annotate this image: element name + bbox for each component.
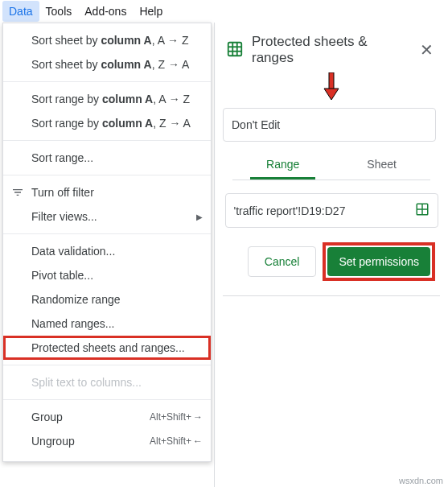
- sort-range-za[interactable]: Sort range by column A, Z → A: [3, 111, 211, 135]
- separator: [3, 81, 211, 82]
- tabs: Range Sheet: [232, 151, 430, 180]
- separator: [3, 365, 211, 365]
- separator: [223, 295, 440, 296]
- sheets-icon: [226, 40, 244, 60]
- svg-rect-5: [329, 72, 334, 90]
- menu-data[interactable]: Data: [2, 1, 39, 22]
- shortcut-label: Alt+Shift+←: [150, 435, 203, 447]
- menu-addons[interactable]: Add-ons: [78, 1, 133, 22]
- range-input[interactable]: 'traffic report'!D19:D27: [225, 193, 438, 228]
- separator: [3, 399, 211, 400]
- shortcut-label: Alt+Shift+→: [150, 411, 203, 423]
- filter-icon: [11, 186, 24, 199]
- separator: [3, 233, 211, 234]
- chevron-right-icon: ▶: [196, 213, 203, 221]
- randomize-range[interactable]: Randomize range: [3, 287, 211, 312]
- protected-ranges-panel: Protected sheets & ranges ✕ Range Sheet …: [214, 23, 448, 487]
- split-text-to-columns: Split text to columns...: [3, 370, 211, 394]
- arrow-right-icon: →: [193, 411, 203, 423]
- watermark: wsxdn.com: [399, 476, 443, 485]
- separator: [3, 175, 211, 175]
- sort-sheet-za[interactable]: Sort sheet by column A, Z → A: [3, 52, 211, 76]
- sort-range[interactable]: Sort range...: [3, 146, 211, 170]
- close-icon[interactable]: ✕: [417, 40, 437, 60]
- button-row: Cancel Set permissions: [228, 242, 435, 281]
- arrow-left-icon: ←: [193, 435, 203, 447]
- svg-marker-6: [324, 89, 339, 100]
- annotation-highlight: Set permissions: [323, 242, 435, 281]
- menu-bar: Data Tools Add-ons Help: [0, 0, 448, 23]
- grid-select-icon[interactable]: [415, 202, 430, 219]
- data-validation[interactable]: Data validation...: [3, 239, 211, 263]
- protected-sheets-ranges[interactable]: Protected sheets and ranges...: [3, 336, 211, 360]
- pivot-table[interactable]: Pivot table...: [3, 263, 211, 287]
- tab-range[interactable]: Range: [250, 151, 315, 180]
- cancel-button[interactable]: Cancel: [248, 246, 317, 277]
- sort-sheet-az[interactable]: Sort sheet by column A, A → Z: [3, 28, 211, 52]
- sort-range-az[interactable]: Sort range by column A, A → Z: [3, 87, 211, 111]
- turn-off-filter[interactable]: Turn off filter: [3, 180, 211, 204]
- filter-views[interactable]: Filter views... ▶: [3, 204, 211, 229]
- panel-title: Protected sheets & ranges: [252, 34, 409, 66]
- named-ranges[interactable]: Named ranges...: [3, 312, 211, 336]
- description-input[interactable]: [223, 108, 436, 142]
- set-permissions-button[interactable]: Set permissions: [327, 247, 430, 276]
- menu-tools[interactable]: Tools: [39, 1, 79, 22]
- data-dropdown-menu: Sort sheet by column A, A → Z Sort sheet…: [2, 23, 212, 462]
- group[interactable]: Group Alt+Shift+→: [3, 405, 211, 429]
- separator: [3, 140, 211, 141]
- annotation-arrow-icon: [322, 72, 341, 101]
- range-value: 'traffic report'!D19:D27: [234, 204, 346, 217]
- menu-help[interactable]: Help: [133, 1, 169, 22]
- ungroup[interactable]: Ungroup Alt+Shift+←: [3, 429, 211, 453]
- panel-header: Protected sheets & ranges ✕: [223, 34, 440, 66]
- tab-sheet[interactable]: Sheet: [351, 151, 413, 180]
